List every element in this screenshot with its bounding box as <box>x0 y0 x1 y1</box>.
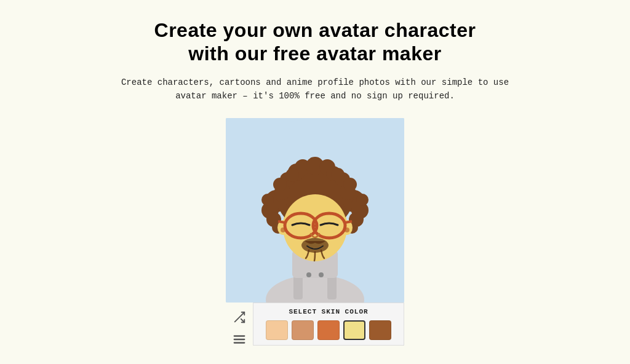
skin-swatch-medium[interactable] <box>317 320 340 340</box>
skin-color-panel: SELECT SKIN COLOR <box>253 303 404 346</box>
icon-buttons-panel <box>226 303 253 354</box>
page-title: Create your own avatar character with ou… <box>154 18 476 66</box>
svg-point-5 <box>306 272 311 277</box>
skin-swatch-yellow[interactable] <box>343 320 365 340</box>
svg-line-44 <box>345 221 352 223</box>
avatar-area: SELECT SKIN COLOR <box>226 118 404 354</box>
svg-point-29 <box>285 168 299 182</box>
controls-row: SELECT SKIN COLOR <box>226 303 404 354</box>
skin-color-swatches <box>260 320 397 340</box>
skin-swatch-light[interactable] <box>266 320 288 340</box>
skin-swatch-medium-light[interactable] <box>292 320 314 340</box>
svg-line-43 <box>278 221 285 223</box>
skin-color-label: SELECT SKIN COLOR <box>260 308 397 315</box>
svg-point-21 <box>356 194 369 206</box>
shuffle-button[interactable] <box>229 307 249 327</box>
svg-point-33 <box>273 178 287 191</box>
svg-point-34 <box>343 178 357 191</box>
skin-swatch-dark[interactable] <box>369 320 391 340</box>
svg-point-45 <box>301 238 329 253</box>
menu-button[interactable] <box>229 330 249 349</box>
svg-point-30 <box>331 168 345 181</box>
avatar-canvas <box>226 118 404 303</box>
page-subtitle: Create characters, cartoons and anime pr… <box>112 76 518 103</box>
avatar-illustration <box>226 118 404 303</box>
svg-point-6 <box>319 272 324 277</box>
svg-point-15 <box>261 194 274 206</box>
